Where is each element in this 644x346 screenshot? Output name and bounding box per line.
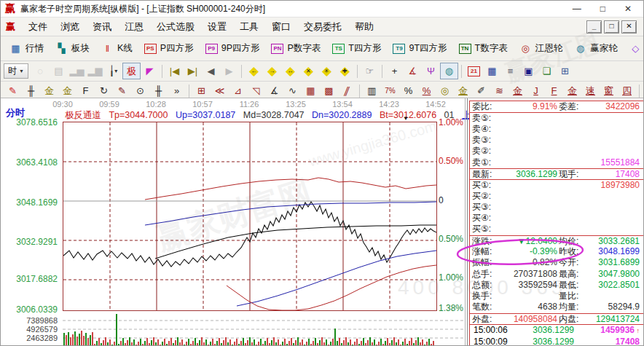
v-wave-tool[interactable]: ∿ — [283, 82, 302, 99]
diamond-star-button[interactable]: ◆✳ — [318, 63, 336, 79]
child-close-button[interactable]: ✕ — [621, 20, 637, 34]
brush-tool[interactable]: ✐ — [472, 82, 490, 99]
gold-red-tool-icon: 金 — [513, 84, 522, 98]
gann-speed-line[interactable]: 速 — [581, 82, 600, 99]
crosshair-tool-button[interactable]: + — [385, 63, 404, 79]
percent7-tool[interactable]: 7% — [381, 82, 399, 99]
spiral-tool[interactable]: ↻ — [95, 82, 113, 99]
red-grid-2[interactable]: ▩ — [320, 82, 338, 99]
nav-last-button[interactable]: ▶| — [184, 63, 202, 79]
gann-four-line[interactable]: 四 — [618, 82, 636, 99]
box-rays-tool[interactable]: ⊿ — [229, 82, 247, 99]
p-square-button[interactable]: PSP四方形 — [138, 41, 200, 56]
gann-f-grid[interactable]: F — [76, 82, 95, 99]
gann-j-line[interactable]: J — [527, 82, 545, 99]
gann-gold-line[interactable]: 金 — [563, 82, 581, 99]
notes-button[interactable]: ≡ — [501, 63, 519, 79]
nav-prev-button[interactable]: ◀ — [202, 63, 220, 79]
quotes-button[interactable]: ▦行情 — [4, 41, 50, 56]
brain-tool-icon: ◍ — [445, 66, 453, 76]
calendar-button[interactable]: 21 — [465, 63, 483, 79]
menu-item-6[interactable]: 工具 — [233, 20, 265, 34]
window-maximize-button[interactable]: □ — [600, 1, 605, 16]
diag-lines-tool[interactable]: ∥ — [338, 82, 356, 99]
gann-window-line[interactable]: 窗 — [600, 82, 618, 99]
clock-cycle-tool[interactable]: ⊙ — [131, 82, 149, 99]
gann-wheel-button[interactable]: ◎江恩轮 — [514, 41, 569, 56]
9p-square-button[interactable]: P99P四方形 — [200, 41, 266, 56]
menu-item-2[interactable]: 资讯 — [86, 20, 118, 34]
kline-button[interactable]: ‖K线 — [95, 41, 138, 56]
grid-plain-tool[interactable]: ╫ — [149, 82, 168, 99]
rays-tool[interactable]: ≪ — [211, 82, 229, 99]
winner-wheel-button[interactable]: ◍赢家轮 — [568, 41, 624, 56]
diamond-right-button[interactable]: ◆→ — [263, 63, 281, 79]
p-number-table-button[interactable]: PNP数字表 — [265, 41, 326, 56]
extreme-reversal-button[interactable]: 极 — [122, 63, 141, 79]
diamond-arrow-glyph: ← — [251, 68, 256, 74]
menu-logo-icon: 赢 — [6, 20, 15, 34]
menu-item-1[interactable]: 浏览 — [54, 20, 86, 34]
save-button[interactable]: ▣ — [519, 63, 538, 79]
window-close-button[interactable]: ✕ — [624, 1, 632, 16]
gann-gold-grid-1[interactable]: 金 — [40, 82, 58, 99]
notes-icon: ≡ — [508, 66, 514, 76]
nav-next-button[interactable]: ▶ — [220, 63, 238, 79]
calculator-button[interactable]: ▦ — [483, 63, 501, 79]
nav-first-button[interactable]: |◀ — [165, 63, 184, 79]
copy-window-button[interactable]: ❏ — [538, 63, 556, 79]
diamond-lr-button[interactable]: ◆↔ — [281, 63, 299, 79]
t-number-table-icon: TN — [459, 44, 471, 54]
nav-first-icon: |◀ — [170, 66, 179, 76]
color-chart-icon[interactable]: ◤ — [141, 63, 159, 79]
expand-more[interactable]: » — [168, 82, 186, 99]
gann-j-line-icon: J — [533, 85, 538, 96]
menu-item-9[interactable]: 帮助 — [348, 20, 380, 34]
bar-stats-tool[interactable]: ▥ — [363, 82, 381, 99]
menu-item-8[interactable]: 交易委托 — [297, 20, 348, 34]
trend-angle-tool[interactable]: ∡ — [265, 82, 283, 99]
pane-divider[interactable] — [465, 98, 466, 346]
child-minimize-button[interactable]: _ — [586, 20, 602, 34]
diamond-plus-button[interactable]: ◆✚ — [336, 63, 354, 79]
period-button[interactable]: 时▼ — [4, 63, 28, 79]
pen-tool[interactable]: ✎ — [4, 82, 22, 99]
window-minimize-button[interactable]: — — [573, 1, 581, 16]
menu-item-0[interactable]: 文件 — [22, 20, 54, 34]
volume-pane[interactable] — [63, 313, 465, 346]
9t-square-button[interactable]: T99T四方形 — [387, 41, 452, 56]
gold-red-tool[interactable]: 金 — [508, 82, 527, 99]
t-square-button[interactable]: TST四方形 — [326, 41, 387, 56]
red-grid-1[interactable]: ▦ — [302, 82, 320, 99]
diamond-plus-icon: ◆✚ — [340, 65, 350, 77]
menu-item-7[interactable]: 窗口 — [265, 20, 297, 34]
percent-tool[interactable]: % — [399, 82, 417, 99]
pen-chart-tool[interactable]: ✎ — [113, 82, 131, 99]
pen-tool-icon: ✎ — [9, 85, 17, 96]
menu-item-3[interactable]: 江恩 — [118, 20, 150, 34]
brain-tool-button[interactable]: ◍ — [440, 63, 458, 79]
gold-circle-tool[interactable]: ◎ — [436, 82, 454, 99]
menu-item-4[interactable]: 公式选股 — [150, 20, 201, 34]
hexagon-button[interactable]: ◇六角形 — [624, 41, 644, 56]
diamond-left-button[interactable]: ◆← — [245, 63, 263, 79]
wave-tool[interactable]: ≋ — [490, 82, 508, 99]
gold-line-tool[interactable]: 金 — [454, 82, 472, 99]
percent-line-tool[interactable]: % — [417, 82, 436, 99]
grabber-tool-button[interactable]: Ψ — [422, 63, 440, 79]
gann-grid-tool[interactable]: ╫ — [22, 82, 40, 99]
print-button[interactable]: ⊞ — [556, 63, 574, 79]
diamond-cross-button[interactable]: ◆✕ — [299, 63, 318, 79]
child-restore-button[interactable]: □ — [604, 20, 619, 34]
candle-period-button[interactable]: ╽▾ — [104, 63, 122, 79]
angle-tool-button[interactable]: ∡ — [404, 63, 422, 79]
box-tool[interactable]: ⊞ — [192, 82, 211, 99]
hand-tool-button[interactable]: ☞ — [361, 63, 379, 79]
box-fan-tool[interactable]: ◹ — [247, 82, 265, 99]
t-number-table-button[interactable]: TNT数字表 — [453, 41, 514, 56]
chart-canvas[interactable] — [63, 122, 437, 311]
sectors-button[interactable]: ▚板块 — [50, 41, 95, 56]
menu-item-5[interactable]: 设置 — [201, 20, 233, 34]
gann-gold-grid-2[interactable]: 金 — [58, 82, 76, 99]
gann-f-line[interactable]: F — [545, 82, 563, 99]
